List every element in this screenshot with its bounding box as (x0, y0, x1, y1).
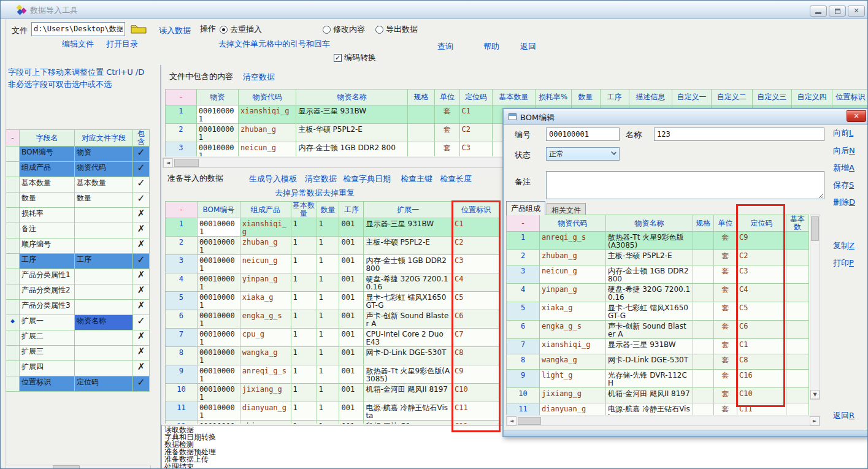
cell[interactable]: 7 (166, 329, 198, 347)
cell[interactable]: 2 (507, 250, 540, 265)
cell[interactable]: ✗ (133, 284, 150, 300)
cell[interactable]: C9 (737, 232, 786, 250)
cell[interactable]: yinpan_g (540, 284, 606, 302)
maximize-button[interactable] (829, 6, 846, 17)
cell[interactable]: 8 (166, 347, 198, 365)
cell[interactable]: dianyuan_g (540, 403, 606, 416)
cell[interactable]: 位置标识 (20, 376, 75, 392)
cell[interactable]: 1 (166, 218, 198, 237)
table-row[interactable]: 4000100001yinpan_g11001硬盘-希捷 320G 7200.1… (166, 273, 500, 292)
cell[interactable]: 3 (507, 265, 540, 284)
column-header[interactable]: 包含 (133, 130, 150, 147)
cell[interactable]: 产品分类属性1 (20, 269, 75, 284)
cell[interactable]: 000100001 (196, 105, 238, 124)
column-header[interactable]: 定位码 (459, 90, 493, 105)
column-header[interactable]: 规格 (693, 215, 714, 232)
table-row[interactable]: 5xiaka_g显卡-七彩虹 镭风X1650 GT-G套C5 (507, 302, 809, 321)
cell[interactable]: 1 (317, 421, 339, 424)
cell[interactable]: 内存-金士顿 1GB DDR2 800 (364, 255, 453, 273)
cell[interactable]: 001 (339, 347, 364, 365)
cell[interactable] (75, 238, 133, 254)
bom-table-hscrollbar[interactable]: ◄ ► (506, 416, 820, 426)
column-header[interactable]: 对应文件字段 (75, 130, 133, 147)
table-row[interactable]: 8wangka_g网卡-D-Link DGE-530T套C8 (507, 354, 809, 370)
cell[interactable]: 机箱-金河田 飓风II 8197 (606, 388, 693, 403)
cell[interactable]: ✗ (133, 208, 150, 223)
bom-table-vscrollbar[interactable]: ▼ (810, 215, 820, 400)
table-row[interactable]: 6000100001engka_g_s11001声卡-创新 Sound Blas… (166, 310, 500, 329)
table-row[interactable]: 7xianshiqi_g显示器-三星 931BW套C1 (507, 339, 809, 354)
cell[interactable]: 扩展一 (20, 315, 75, 330)
table-row[interactable]: 8000100001wangka_g11001网卡-D-Link DGE-530… (166, 347, 500, 365)
remove-abnormal-link[interactable]: 去掉异常数据 (275, 188, 323, 199)
cell[interactable] (786, 339, 809, 354)
column-header[interactable]: 基本数量 (493, 90, 535, 105)
cell[interactable] (786, 321, 809, 339)
cell[interactable]: ✓ (133, 147, 150, 162)
column-header[interactable]: - (166, 90, 197, 105)
cell[interactable] (75, 284, 133, 300)
copy-record-link[interactable]: 复制Z (833, 240, 855, 251)
cell[interactable]: 扩展二 (20, 330, 75, 346)
table-row[interactable]: 10jixiang_g机箱-金河田 飓风II 8197套C10 (507, 388, 809, 403)
generate-template-link[interactable]: 生成导入模板 (249, 173, 297, 185)
cell[interactable] (786, 232, 809, 250)
cell[interactable] (786, 354, 809, 370)
cell[interactable]: 显示器-三星 931BW (606, 339, 693, 354)
back-link[interactable]: 返回 (520, 41, 536, 52)
cell[interactable]: 物资名称 (75, 315, 133, 330)
cell[interactable] (693, 354, 714, 370)
table-row[interactable]: 备注✗ (6, 223, 150, 238)
cell[interactable] (6, 238, 20, 254)
cell[interactable]: 扩展三 (20, 346, 75, 361)
table-row[interactable]: 3neicun_g内存-金士顿 1GB DDR2 800套C3 (507, 265, 809, 284)
cell[interactable]: ✓ (133, 193, 150, 208)
cell[interactable]: ✗ (133, 238, 150, 254)
table-row[interactable]: 1000100001xianshiqi_g11001显示器-三星 931BWC1 (166, 218, 500, 237)
remove-duplicates-link[interactable]: 去掉重复 (323, 188, 355, 199)
table-row[interactable]: 10000100001jixiang_g11001机箱-金河田 飓风II 819… (166, 384, 500, 402)
minimize-button[interactable] (810, 6, 827, 17)
cell[interactable]: C1 (737, 339, 786, 354)
cell[interactable]: 000100001 (197, 292, 240, 310)
cell[interactable]: ✗ (133, 223, 150, 238)
cell[interactable]: 3 (166, 142, 197, 157)
cell[interactable]: 鼠标-罗技 G1 (364, 421, 453, 424)
scroll-right-icon[interactable]: ► (810, 416, 820, 425)
table-row[interactable]: 2000100001zhuban_g11001主板-华硕 P5PL2-EC2 (166, 237, 500, 255)
cell[interactable]: 000100001 (197, 347, 240, 365)
cell[interactable]: light_g (540, 370, 606, 388)
add-record-link[interactable]: 新增A (833, 162, 855, 173)
cell[interactable]: xiaka_g (240, 292, 291, 310)
cell[interactable]: 数量 (20, 193, 75, 208)
column-header[interactable]: 规格 (408, 90, 435, 105)
cell[interactable] (6, 177, 20, 193)
cell[interactable]: C16 (737, 370, 786, 388)
radio-modify-content[interactable]: 修改内容 (323, 24, 365, 35)
cell[interactable] (6, 284, 20, 300)
cell[interactable]: 001 (339, 310, 364, 329)
cell[interactable]: 000100001 (197, 255, 240, 273)
cell[interactable]: CPU-Intel Core 2 Duo E43 (364, 329, 453, 347)
cell[interactable]: 硬盘-希捷 320G 7200.10.16 (364, 273, 453, 292)
cell[interactable]: 1 (291, 329, 317, 347)
check-dict-date-link[interactable]: 检查字典日期 (343, 173, 391, 185)
cell[interactable]: zhuban_g (540, 250, 606, 265)
table-row[interactable]: 6engka_g_s声卡-创新 Sound Blast er A套C6 (507, 321, 809, 339)
cell[interactable]: 1 (291, 384, 317, 402)
cell[interactable]: 1 (291, 237, 317, 255)
cell[interactable] (6, 269, 20, 284)
cell[interactable]: xianshiqi_g (240, 218, 291, 237)
column-header[interactable]: 自定义三 (752, 90, 791, 105)
table-row[interactable]: 工序工序✓ (6, 254, 150, 269)
cell[interactable]: 套 (714, 339, 737, 354)
close-button[interactable]: ✕ (848, 6, 865, 17)
cell[interactable]: 电源-航嘉 冷静王钻石Vista (606, 403, 693, 416)
table-row[interactable]: 扩展二✗ (6, 330, 150, 346)
table-row[interactable]: BOM编号物资✓ (6, 147, 150, 162)
cell[interactable]: 硬盘-希捷 320G 7200.10.16 (606, 284, 693, 302)
cell[interactable]: 1 (166, 105, 197, 124)
cell[interactable]: 10 (166, 384, 198, 402)
cell[interactable]: 1 (291, 255, 317, 273)
bom-composition-table[interactable]: -物资代码物资名称规格单位定位码基本数1anreqi_g_s散热器-Tt 火星9… (506, 215, 809, 415)
